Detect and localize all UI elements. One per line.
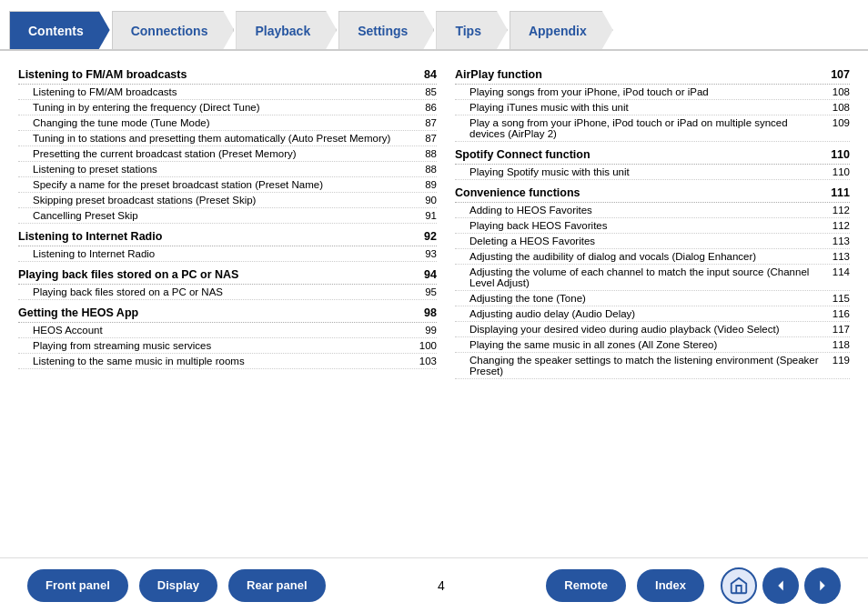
display-button[interactable]: Display xyxy=(139,569,217,602)
toc-section-title[interactable]: Convenience functions111 xyxy=(455,184,850,203)
toc-entry[interactable]: Tuning in to stations and presetting the… xyxy=(18,131,437,146)
home-button[interactable] xyxy=(721,567,757,604)
toc-section: Listening to Internet Radio92Listening t… xyxy=(18,227,437,262)
toc-entry[interactable]: Presetting the current broadcast station… xyxy=(18,146,437,162)
toc-entry[interactable]: Tuning in by entering the frequency (Dir… xyxy=(18,100,437,115)
toc-section-title[interactable]: Spotify Connect function110 xyxy=(455,145,850,165)
toc-entry[interactable]: Playing songs from your iPhone, iPod tou… xyxy=(455,85,850,100)
right-column: AirPlay function107Playing songs from yo… xyxy=(455,62,850,550)
tab-appendix[interactable]: Appendix xyxy=(510,11,613,49)
tab-contents[interactable]: Contents xyxy=(9,11,110,49)
forward-button[interactable] xyxy=(804,567,841,604)
tab-connections[interactable]: Connections xyxy=(112,11,235,49)
main-content: Listening to FM/AM broadcasts84Listening… xyxy=(0,51,868,557)
back-button[interactable] xyxy=(762,567,799,604)
toc-entry[interactable]: Playing iTunes music with this unit108 xyxy=(455,100,850,115)
remote-button[interactable]: Remote xyxy=(546,569,626,602)
navigation-icons xyxy=(715,567,841,604)
toc-entry[interactable]: Listening to Internet Radio93 xyxy=(18,246,437,262)
tab-playback[interactable]: Playback xyxy=(236,11,337,49)
toc-section-title[interactable]: Getting the HEOS App98 xyxy=(18,304,437,323)
toc-entry[interactable]: Listening to preset stations88 xyxy=(18,162,437,177)
tab-settings[interactable]: Settings xyxy=(338,11,434,49)
toc-entry[interactable]: Cancelling Preset Skip91 xyxy=(18,208,437,224)
toc-section: Listening to FM/AM broadcasts84Listening… xyxy=(18,65,437,224)
toc-entry[interactable]: Listening to FM/AM broadcasts85 xyxy=(18,85,437,100)
bottom-nav: Front panel Display Rear panel 4 Remote … xyxy=(0,557,868,612)
front-panel-button[interactable]: Front panel xyxy=(27,569,128,602)
nav-tabs: Contents Connections Playback Settings T… xyxy=(0,0,868,51)
toc-entry[interactable]: Playing back HEOS Favorites112 xyxy=(455,218,850,234)
toc-entry[interactable]: Play a song from your iPhone, iPod touch… xyxy=(455,115,850,142)
toc-entry[interactable]: Skipping preset broadcast stations (Pres… xyxy=(18,193,437,208)
toc-entry[interactable]: Adjusting the tone (Tone)115 xyxy=(455,291,850,306)
toc-section: Playing back files stored on a PC or NAS… xyxy=(18,266,437,300)
tab-tips[interactable]: Tips xyxy=(436,11,508,49)
toc-entry[interactable]: Adding to HEOS Favorites112 xyxy=(455,203,850,218)
toc-entry[interactable]: Adjusting the volume of each channel to … xyxy=(455,265,850,291)
toc-entry[interactable]: Playing back files stored on a PC or NAS… xyxy=(18,285,437,300)
toc-entry[interactable]: Deleting a HEOS Favorites113 xyxy=(455,234,850,249)
toc-section-title[interactable]: Playing back files stored on a PC or NAS… xyxy=(18,266,437,285)
toc-entry[interactable]: Adjusting audio delay (Audio Delay)116 xyxy=(455,306,850,322)
toc-section: AirPlay function107Playing songs from yo… xyxy=(455,65,850,142)
toc-entry[interactable]: Playing from streaming music services100 xyxy=(18,338,437,354)
toc-entry[interactable]: Playing the same music in all zones (All… xyxy=(455,337,850,353)
index-button[interactable]: Index xyxy=(637,569,704,602)
toc-section-title[interactable]: Listening to FM/AM broadcasts84 xyxy=(18,65,437,85)
toc-entry[interactable]: Changing the speaker settings to match t… xyxy=(455,353,850,379)
toc-entry[interactable]: HEOS Account99 xyxy=(18,323,437,338)
toc-entry[interactable]: Adjusting the audibility of dialog and v… xyxy=(455,249,850,265)
toc-entry[interactable]: Specify a name for the preset broadcast … xyxy=(18,177,437,193)
toc-section-title[interactable]: Listening to Internet Radio92 xyxy=(18,227,437,246)
toc-section: Spotify Connect function110Playing Spoti… xyxy=(455,145,850,180)
toc-section: Getting the HEOS App98HEOS Account99Play… xyxy=(18,304,437,369)
toc-entry[interactable]: Playing Spotify music with this unit110 xyxy=(455,165,850,180)
toc-section: Convenience functions111Adding to HEOS F… xyxy=(455,184,850,379)
toc-entry[interactable]: Listening to the same music in multiple … xyxy=(18,354,437,369)
rear-panel-button[interactable]: Rear panel xyxy=(228,569,325,602)
left-column: Listening to FM/AM broadcasts84Listening… xyxy=(18,62,437,550)
toc-entry[interactable]: Displaying your desired video during aud… xyxy=(455,322,850,337)
page-number: 4 xyxy=(337,578,547,593)
toc-entry[interactable]: Changing the tune mode (Tune Mode)87 xyxy=(18,115,437,131)
toc-section-title[interactable]: AirPlay function107 xyxy=(455,65,850,85)
